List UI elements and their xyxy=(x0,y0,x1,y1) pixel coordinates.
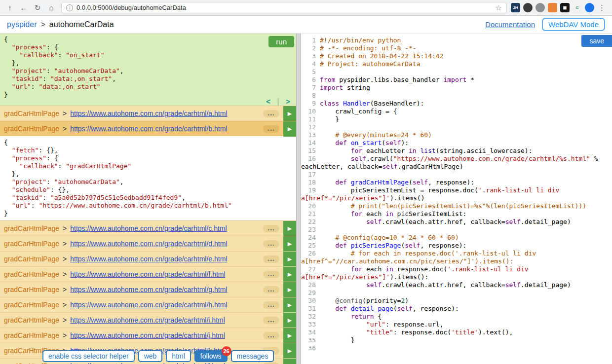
code-line[interactable]: 29 xyxy=(301,289,611,297)
follow-url-link[interactable]: https://www.autohome.com.cn/grade/carhtm… xyxy=(70,301,227,309)
code-line[interactable]: 16 self.crawl("https://www.autohome.com.… xyxy=(301,155,611,171)
code-line[interactable]: 3# Created on 2018-04-22 15:14:42 xyxy=(301,52,611,60)
follow-more-button[interactable]: ... xyxy=(263,255,279,263)
follow-url-link[interactable]: https://www.autohome.com.cn/grade/carhtm… xyxy=(70,362,225,364)
follow-run-button[interactable]: ▶ xyxy=(283,252,296,267)
code-line[interactable]: 9class Handler(BaseHandler): xyxy=(301,100,611,108)
messages-tab-button[interactable]: messages xyxy=(231,350,274,362)
home-icon[interactable]: ⌂ xyxy=(45,2,57,14)
round-dark-extension-icon[interactable] xyxy=(523,3,533,12)
page-info-icon[interactable]: i xyxy=(66,4,73,11)
code-line[interactable]: 24 # @config(age=10 * 24 * 60 * 60) xyxy=(301,234,611,242)
code-line[interactable]: 7import string xyxy=(301,84,611,92)
follow-run-button[interactable]: ▶ xyxy=(283,221,296,236)
orange-extension-icon[interactable] xyxy=(548,3,557,12)
code-line[interactable]: 15 for eachLetter in list(string.ascii_l… xyxy=(301,147,611,155)
follow-run-button[interactable]: ▶ xyxy=(283,313,296,328)
code-line[interactable]: 21 for each in picSeriesItemList: xyxy=(301,210,611,218)
code-line[interactable]: 26 # for each in response.doc('.rank-lis… xyxy=(301,250,611,265)
css-selector-helper-button[interactable]: enable css selector helper xyxy=(42,350,135,362)
code-line[interactable]: 11 } xyxy=(301,115,611,123)
follow-run-button[interactable]: ▶ xyxy=(283,297,296,313)
code-line[interactable]: 17 xyxy=(301,171,611,179)
selected-task-json[interactable]: { "fetch": {}, "process": { "callback": … xyxy=(0,136,296,220)
save-button[interactable]: save xyxy=(581,35,612,47)
follow-run-button[interactable]: ▶ xyxy=(283,328,296,343)
reload-icon[interactable]: ↻ xyxy=(32,2,43,14)
code-line[interactable]: 6from pyspider.libs.base_handler import … xyxy=(301,76,611,84)
follow-run-button[interactable]: ▶ xyxy=(283,282,296,297)
panel-splitter[interactable] xyxy=(296,34,301,364)
web-tab-button[interactable]: web xyxy=(138,350,163,362)
follow-more-button[interactable]: ... xyxy=(263,110,279,117)
code-line[interactable]: 1#!/usr/bin/env python xyxy=(301,36,611,44)
code-line[interactable]: 35 } xyxy=(301,336,611,344)
follow-run-button[interactable]: ▶ xyxy=(283,267,296,282)
code-line[interactable]: 10 crawl_config = { xyxy=(301,108,611,115)
blue-extension-icon[interactable] xyxy=(585,3,594,12)
jh-extension-icon[interactable]: JH xyxy=(511,3,520,12)
code-line[interactable]: 8 xyxy=(301,92,611,100)
code-line[interactable]: 22 self.crawl(each.attr.href, callback=s… xyxy=(301,218,611,226)
follow-more-button[interactable]: ... xyxy=(263,363,279,364)
html-tab-button[interactable]: html xyxy=(166,350,191,362)
code-line[interactable]: 2# -*- encoding: utf-8 -*- xyxy=(301,44,611,52)
webdav-mode-button[interactable]: WebDAV Mode xyxy=(542,18,605,31)
follow-more-button[interactable]: ... xyxy=(263,240,279,248)
follow-url-link[interactable]: https://www.autohome.com.cn/grade/carhtm… xyxy=(70,125,227,133)
follow-more-button[interactable]: ... xyxy=(263,286,279,293)
code-line[interactable]: 31 def detail_page(self, response): xyxy=(301,305,611,313)
code-line[interactable]: 13 # @every(minutes=24 * 60) xyxy=(301,131,611,139)
url-text[interactable]: 0.0.0.0:5000/debug/autohomeCarData xyxy=(76,4,492,11)
bookmark-star-icon[interactable]: ☆ xyxy=(496,3,502,12)
code-line[interactable]: 18 def gradCarHtmlPage(self, response): xyxy=(301,179,611,186)
follow-run-button[interactable]: ▶ xyxy=(283,236,296,252)
code-line[interactable]: 19 picSeriesItemList = response.doc('.ra… xyxy=(301,186,611,202)
qr-extension-icon[interactable]: ▦ xyxy=(560,3,570,12)
follow-more-button[interactable]: ... xyxy=(263,271,279,278)
gray-extension-icon[interactable] xyxy=(536,3,545,12)
follow-url-link[interactable]: https://www.autohome.com.cn/grade/carhtm… xyxy=(70,224,227,232)
new-task-json[interactable]: { "process": { "callback": "on_start" },… xyxy=(4,36,292,99)
follow-url-link[interactable]: https://www.autohome.com.cn/grade/carhtm… xyxy=(70,286,227,293)
code-line[interactable]: 36 xyxy=(301,344,611,352)
follow-url-link[interactable]: https://www.autohome.com.cn/grade/carhtm… xyxy=(70,240,227,248)
follow-url-link[interactable]: https://www.autohome.com.cn/grade/carhtm… xyxy=(70,255,227,263)
code-line[interactable]: 32 return { xyxy=(301,313,611,321)
address-bar[interactable]: i 0.0.0.0:5000/debug/autohomeCarData ☆ xyxy=(61,2,507,13)
task-prev-button[interactable]: < xyxy=(266,98,270,106)
follow-run-button[interactable]: ▶ xyxy=(283,359,296,364)
code-line[interactable]: 30 @config(priority=2) xyxy=(301,297,611,305)
code-line[interactable]: 27 for each in response.doc('.rank-list-… xyxy=(301,265,611,281)
run-button[interactable]: run xyxy=(268,36,294,47)
browser-menu-icon[interactable]: ⋮ xyxy=(596,3,608,12)
follow-run-button[interactable]: ▶ xyxy=(283,106,296,121)
follows-tab-button[interactable]: follows26 xyxy=(194,350,228,362)
back-icon[interactable]: ← xyxy=(18,2,30,14)
code-line[interactable]: 14 def on_start(self): xyxy=(301,139,611,147)
code-line[interactable]: 5 xyxy=(301,68,611,76)
code-line[interactable]: 34 "title": response.doc('title').text()… xyxy=(301,328,611,336)
follow-run-button[interactable]: ▶ xyxy=(283,121,296,137)
follow-run-button[interactable]: ▶ xyxy=(283,343,296,359)
code-line[interactable]: 25 def picSeriesPage(self, response): xyxy=(301,242,611,250)
follow-url-link[interactable]: https://www.autohome.com.cn/grade/carhtm… xyxy=(70,109,227,117)
new-task-panel[interactable]: run { "process": { "callback": "on_start… xyxy=(0,34,296,106)
follow-more-button[interactable]: ... xyxy=(263,301,279,309)
cors-extension-icon[interactable]: C xyxy=(573,3,582,12)
follow-more-button[interactable]: ... xyxy=(263,125,279,133)
code-line[interactable]: 28 self.crawl(each.attr.href, callback=s… xyxy=(301,281,611,289)
follow-url-link[interactable]: https://www.autohome.com.cn/grade/carhtm… xyxy=(70,331,225,339)
code-line[interactable]: 20 # print("len(picSeriesItemList)=%s"%(… xyxy=(301,202,611,210)
brand-link[interactable]: pyspider xyxy=(7,20,37,29)
code-line[interactable]: 12 xyxy=(301,123,611,131)
follow-more-button[interactable]: ... xyxy=(263,317,279,324)
share-icon[interactable]: ↑ xyxy=(4,2,16,14)
documentation-link[interactable]: Documentation xyxy=(485,20,535,29)
code-area[interactable]: 1#!/usr/bin/env python2# -*- encoding: u… xyxy=(301,34,612,352)
code-line[interactable]: 4# Project: autohomeCarData xyxy=(301,60,611,68)
follow-more-button[interactable]: ... xyxy=(263,332,279,339)
code-line[interactable]: 33 "url": response.url, xyxy=(301,321,611,328)
code-line[interactable]: 23 xyxy=(301,226,611,234)
task-next-button[interactable]: > xyxy=(286,98,290,106)
